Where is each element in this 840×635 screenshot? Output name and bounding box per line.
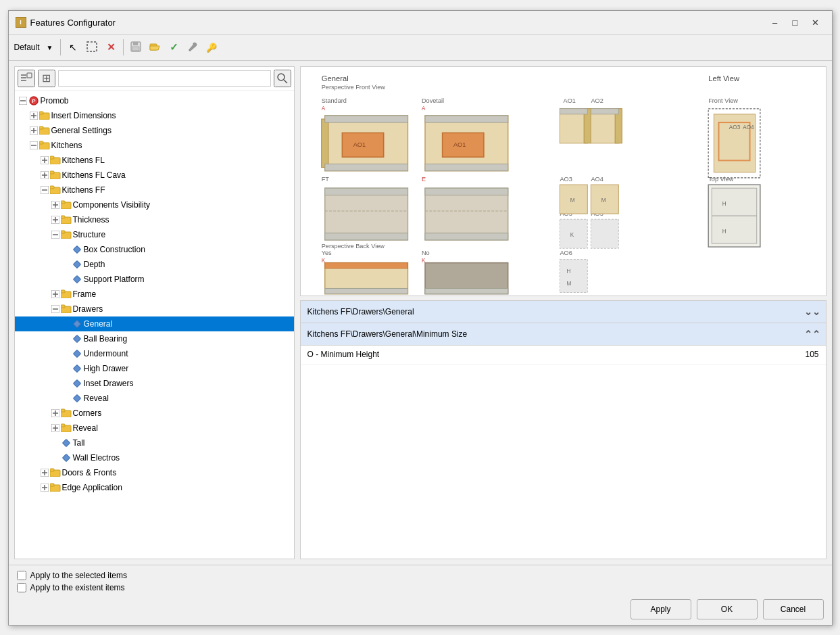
tree-item-ball-bearing[interactable]: Ball Bearing xyxy=(15,331,294,346)
leaf-icon-ball-bearing xyxy=(72,333,82,344)
tree-item-thickness[interactable]: Thickness xyxy=(15,212,294,227)
tree-item-doors-fronts[interactable]: Doors & Fronts xyxy=(15,465,294,480)
tree-toggle-edge-application[interactable] xyxy=(39,482,50,493)
toolbar-separator-1 xyxy=(60,39,61,55)
tree-toggle-insert-dimensions[interactable] xyxy=(28,110,39,121)
profile-dropdown[interactable]: ▼ xyxy=(47,44,53,51)
apply-existent-checkbox[interactable] xyxy=(17,583,26,592)
tree-item-high-drawer[interactable]: High Drawer xyxy=(15,361,294,376)
tree-item-corners[interactable]: Corners xyxy=(15,406,294,421)
tree-item-kitchens-fl[interactable]: Kitchens FL xyxy=(15,153,294,168)
ok-button[interactable]: OK xyxy=(697,599,758,619)
folder-icon-reveal2 xyxy=(61,423,72,433)
svg-rect-137 xyxy=(425,188,508,240)
tree-toggle-thickness[interactable] xyxy=(50,214,61,225)
svg-text:P: P xyxy=(32,98,36,104)
tree-toggle-structure[interactable] xyxy=(50,229,61,240)
tree-item-undermount[interactable]: Undermount xyxy=(15,346,294,361)
tree-search-button[interactable] xyxy=(274,70,291,87)
check-button[interactable]: ✓ xyxy=(165,39,182,56)
folder-icon-kitchens xyxy=(39,140,50,151)
svg-text:AO4: AO4 xyxy=(743,124,754,131)
tree-item-support-platform[interactable]: Support Platform xyxy=(15,272,294,287)
folder-icon-frame xyxy=(61,289,72,300)
apply-selected-checkbox-item[interactable]: Apply to the selected items xyxy=(17,571,824,580)
tree-icon-button-1[interactable] xyxy=(18,70,35,87)
tree-item-kitchens-ff[interactable]: Kitchens FF xyxy=(15,183,294,197)
tree-item-edge-application[interactable]: Edge Application xyxy=(15,480,294,495)
svg-rect-25 xyxy=(39,126,43,129)
tree-label-kitchens-ff: Kitchens FF xyxy=(62,185,105,195)
apply-existent-checkbox-item[interactable]: Apply to the existent items xyxy=(17,583,824,592)
tree-item-inset-drawers[interactable]: Inset Drawers xyxy=(15,376,294,391)
prop-section-2-header[interactable]: Kitchens FF\Drawers\General\Minimum Size… xyxy=(301,323,826,346)
tree-toggle-kitchens-ff[interactable] xyxy=(39,185,50,195)
wrench-button[interactable] xyxy=(184,39,201,56)
svg-rect-105 xyxy=(321,118,328,167)
tree-toggle-corners[interactable] xyxy=(50,408,61,419)
maximize-button[interactable]: □ xyxy=(786,15,805,30)
svg-rect-165 xyxy=(324,288,407,293)
save-button[interactable] xyxy=(127,39,145,56)
tree-item-promob[interactable]: PPromob xyxy=(15,93,294,108)
tree-item-depth[interactable]: Depth xyxy=(15,257,294,272)
prop-section-1-title: Kitchens FF\Drawers\General xyxy=(307,307,414,316)
tree-item-drawers[interactable]: Drawers xyxy=(15,302,294,316)
svg-rect-71 xyxy=(73,335,80,342)
tree-panel: ⊞ PPromobInsert DimensionsGeneral Settin… xyxy=(14,66,295,559)
tree-item-wall-electros[interactable]: Wall Electros xyxy=(15,450,294,465)
svg-line-11 xyxy=(284,80,287,83)
apply-selected-checkbox[interactable] xyxy=(17,571,26,580)
cancel-button[interactable]: Cancel xyxy=(763,599,824,619)
svg-rect-74 xyxy=(73,379,80,387)
tree-item-general-settings[interactable]: General Settings xyxy=(15,123,294,138)
tree-item-box-construction[interactable]: Box Construction xyxy=(15,242,294,257)
tree-item-reveal2[interactable]: Reveal xyxy=(15,421,294,436)
bottom-bar: Apply to the selected items Apply to the… xyxy=(9,565,832,625)
tree-search-input[interactable] xyxy=(58,70,271,87)
tree-item-reveal[interactable]: Reveal xyxy=(15,391,294,406)
svg-marker-5 xyxy=(150,46,159,50)
window-title: Features Configurator xyxy=(30,18,116,28)
leaf-icon-reveal xyxy=(72,393,82,404)
tree-toggle-reveal2[interactable] xyxy=(50,423,61,433)
tree-toggle-general-settings[interactable] xyxy=(28,125,39,136)
tree-toggle-kitchens-fl[interactable] xyxy=(39,155,50,166)
toolbar: Default ▼ ↖ ✕ xyxy=(9,35,832,61)
select-box-button[interactable] xyxy=(83,39,101,56)
folder-icon-insert-dimensions xyxy=(39,110,50,121)
tree-toggle-doors-fronts[interactable] xyxy=(39,467,50,478)
tree-toggle-kitchens-fl-cava[interactable] xyxy=(39,170,50,181)
tree-item-kitchens-fl-cava[interactable]: Kitchens FL Cava xyxy=(15,168,294,183)
close-button[interactable]: ✕ xyxy=(806,15,825,30)
tree-toggle-kitchens[interactable] xyxy=(28,140,39,151)
tree-item-components-visibility[interactable]: Components Visibility xyxy=(15,197,294,212)
tree-item-general[interactable]: General xyxy=(15,316,294,331)
tree-toggle-drawers[interactable] xyxy=(50,304,61,314)
key-button[interactable]: 🔑 xyxy=(203,39,220,56)
svg-rect-57 xyxy=(61,231,65,233)
tree-toggle-promob[interactable] xyxy=(18,95,28,106)
svg-rect-7 xyxy=(21,77,26,78)
tree-item-tall[interactable]: Tall xyxy=(15,436,294,450)
minimize-button[interactable]: – xyxy=(766,15,785,30)
apply-button[interactable]: Apply xyxy=(631,599,691,619)
svg-rect-3 xyxy=(132,47,139,51)
tree-toggle-components-visibility[interactable] xyxy=(50,199,61,210)
tree-toggle-frame[interactable] xyxy=(50,289,61,300)
tree-item-structure[interactable]: Structure xyxy=(15,227,294,242)
prop-section-1-header[interactable]: Kitchens FF\Drawers\General ⌄⌄ xyxy=(301,301,826,323)
tree-item-insert-dimensions[interactable]: Insert Dimensions xyxy=(15,108,294,123)
svg-rect-48 xyxy=(61,201,65,204)
leaf-icon-box-construction xyxy=(72,244,82,255)
tree-icon-button-2[interactable]: ⊞ xyxy=(38,70,55,87)
prop-value: 105 xyxy=(765,350,819,359)
right-panel: General Perspective Front View Left View… xyxy=(300,66,826,559)
svg-text:M: M xyxy=(570,197,574,203)
svg-rect-60 xyxy=(73,275,80,283)
delete-button[interactable]: ✕ xyxy=(102,39,120,56)
cursor-button[interactable]: ↖ xyxy=(64,39,82,56)
tree-item-kitchens[interactable]: Kitchens xyxy=(15,138,294,153)
tree-item-frame[interactable]: Frame xyxy=(15,287,294,302)
open-button[interactable] xyxy=(146,39,164,56)
